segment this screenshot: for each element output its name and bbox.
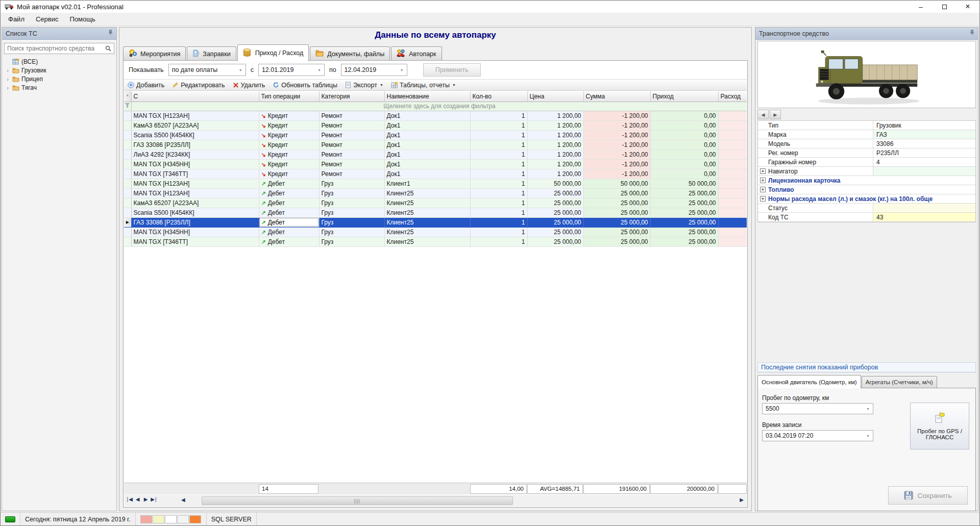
date-from-combo[interactable]: 12.01.2019 ▼ (258, 64, 325, 76)
table-row[interactable]: КамАЗ 65207 [А223АА]↘КредитРемонтДок111 … (124, 120, 747, 130)
tab-income-expense[interactable]: Приход / Расход (237, 44, 309, 61)
chevron-down-icon[interactable]: ▼ (237, 68, 244, 72)
column-header-sum[interactable]: Сумма (583, 91, 650, 102)
column-header-vehicle[interactable]: С (131, 91, 259, 102)
column-header-qty[interactable]: Кол-во (470, 91, 527, 102)
menu-help[interactable]: Помощь (64, 13, 101, 25)
tree-item-all[interactable]: (ВСЕ) (4, 57, 114, 66)
column-header-name[interactable]: Наименование (384, 91, 470, 102)
first-record-button[interactable]: ∣◀ (126, 496, 133, 502)
chevron-down-icon[interactable]: ▼ (315, 68, 323, 72)
tab-documents[interactable]: Документы, файлы (310, 46, 390, 61)
scroll-left-icon[interactable]: ◀ (181, 497, 185, 503)
export-button[interactable]: Экспорт ▼ (345, 82, 383, 89)
group-row-navigator[interactable]: +Навигатор (758, 167, 975, 176)
table-row[interactable]: ГАЗ 33086 [Р235ЛЛ]↘КредитРемонтДок111 20… (124, 140, 747, 149)
title-bar: Мой автопарк v02.01 - Professional – × (1, 1, 979, 13)
property-row[interactable]: ТипГрузовик (758, 121, 975, 130)
cell-category: Ремонт (319, 111, 384, 120)
property-row[interactable]: Гаражный номер4 (758, 158, 975, 167)
show-mode-combo[interactable]: по дате оплаты ▼ (168, 64, 246, 76)
odometer-combo[interactable]: 5500 ▼ (762, 403, 873, 414)
menu-file[interactable]: Файл (3, 13, 30, 25)
group-row-fuel[interactable]: +Топливо (758, 185, 975, 194)
table-row[interactable]: ЛиАЗ 4292 [К234КК]↘КредитРемонтДок111 20… (124, 149, 747, 159)
menu-service[interactable]: Сервис (30, 13, 64, 25)
expand-plus-icon[interactable]: + (760, 196, 766, 202)
scroll-thumb[interactable] (202, 496, 513, 505)
prev-record-button[interactable]: ◀ (134, 496, 141, 502)
property-row-status[interactable]: Статус (758, 204, 975, 213)
table-row[interactable]: MAN TGX [Н123АН]↗ДебетГрузКлиент25125 00… (124, 188, 747, 198)
table-row[interactable]: Scania S500 [К454КК]↘КредитРемонтДок111 … (124, 130, 747, 140)
column-header-op[interactable]: Тип операции (259, 91, 319, 102)
expander-icon[interactable]: › (4, 67, 11, 73)
tab-units-counters[interactable]: Агрегаты (Счетчики, м/ч) (862, 376, 937, 388)
photo-next-button[interactable]: ▶ (770, 110, 781, 119)
table-row[interactable]: MAN TGX [Т346ТТ]↗ДебетГрузКлиент25125 00… (124, 237, 747, 246)
property-row[interactable]: Рег. номерР235ЛЛ (758, 148, 975, 158)
date-to-combo[interactable]: 12.04.2019 ▼ (341, 64, 407, 76)
reports-button[interactable]: Таблицы, отчеты ▼ (391, 82, 456, 89)
chevron-down-icon[interactable]: ▼ (864, 407, 872, 411)
next-record-button[interactable]: ▶ (142, 496, 149, 502)
gps-mileage-button[interactable]: Пробег по GPS / ГЛОНАСС (910, 403, 969, 449)
property-row[interactable]: Модель33086 (758, 139, 975, 148)
save-button[interactable]: Сохранить (888, 486, 968, 505)
tree-item-tractor[interactable]: › Тягач (4, 83, 114, 92)
green-led-icon (5, 516, 15, 522)
cell-category: Ремонт (319, 159, 384, 169)
tab-fuel[interactable]: Заправки (187, 46, 236, 61)
tree-item-trailer[interactable]: › Прицеп (4, 74, 114, 83)
edit-button[interactable]: Редактировать (172, 82, 225, 89)
expander-icon[interactable]: › (4, 76, 11, 82)
tab-events[interactable]: Мероприятия (123, 46, 186, 61)
scroll-right-icon[interactable]: ▶ (740, 497, 744, 503)
table-row[interactable]: MAN TGX [Н123АН]↗ДебетГрузКлиент1150 000… (124, 179, 747, 188)
search-icon[interactable] (103, 45, 114, 52)
tab-engine-odometer[interactable]: Основной двигатель (Одометр, км) (757, 375, 861, 388)
chevron-down-icon[interactable]: ▼ (864, 434, 872, 438)
minimize-button[interactable]: – (909, 1, 933, 13)
table-row[interactable]: MAN TGX [Т346ТТ]↘КредитРемонтДок111 200,… (124, 169, 747, 179)
photo-prev-button[interactable]: ◀ (757, 110, 769, 119)
filter-hint[interactable]: Щелкните здесь для создания фильтра (131, 102, 747, 111)
property-row-code[interactable]: Код ТС43 (758, 213, 975, 222)
pin-icon[interactable] (108, 30, 113, 37)
record-time-combo[interactable]: 03.04.2019 07:20 ▼ (762, 430, 873, 441)
expand-plus-icon[interactable]: + (760, 178, 766, 183)
add-button[interactable]: Добавить (128, 82, 164, 89)
expand-plus-icon[interactable]: + (760, 187, 766, 192)
table-row[interactable]: MAN TGX [Н345НН]↗ДебетГрузКлиент25125 00… (124, 227, 747, 237)
search-input[interactable] (5, 45, 103, 52)
column-header-category[interactable]: Категория (319, 91, 384, 102)
select-all-cell[interactable]: * (124, 91, 131, 102)
sidebar-title: Список ТС (6, 30, 37, 37)
column-header-income[interactable]: Приход (650, 91, 718, 102)
group-row-license[interactable]: +Лицензионная карточка (758, 176, 975, 185)
expander-icon[interactable]: › (4, 85, 11, 91)
last-record-button[interactable]: ▶∣ (151, 496, 157, 502)
table-row[interactable]: КамАЗ 65207 [А223АА]↗ДебетГрузКлиент2512… (124, 198, 747, 208)
tree-item-truck[interactable]: › Грузовик (4, 66, 114, 74)
expand-plus-icon[interactable]: + (760, 168, 766, 174)
close-button[interactable]: × (956, 1, 979, 13)
table-row[interactable]: Scania S500 [К454КК]↗ДебетГрузКлиент2512… (124, 208, 747, 217)
combo-value: 03.04.2019 07:20 (766, 432, 813, 439)
table-row[interactable]: MAN TGX [Н345НН]↘КредитРемонтДок111 200,… (124, 159, 747, 169)
auto-filter-row[interactable]: Щелкните здесь для создания фильтра (124, 102, 747, 111)
column-header-price[interactable]: Цена (527, 91, 583, 102)
table-row-selected[interactable]: ▶ГАЗ 33086 [Р235ЛЛ]↗ДебетГрузКлиент25125… (124, 217, 747, 227)
column-header-expense[interactable]: Расход (718, 91, 747, 102)
maximize-button[interactable] (933, 1, 956, 13)
legend-swatch-salmon (140, 515, 152, 523)
apply-button[interactable]: Применить (423, 63, 481, 77)
delete-button[interactable]: Удалить (233, 82, 265, 89)
chevron-down-icon[interactable]: ▼ (398, 68, 406, 72)
pin-icon[interactable] (970, 30, 974, 37)
table-row[interactable]: MAN TGX [Н123АН]↘КредитРемонтДок111 200,… (124, 111, 747, 120)
tab-fleet[interactable]: Автопарк (391, 46, 442, 61)
refresh-button[interactable]: Обновить таблицы (273, 82, 337, 89)
property-row[interactable]: МаркаГАЗ (758, 130, 975, 139)
group-row-norms[interactable]: +Нормы расхода масел (л.) и смазок (кг.)… (758, 194, 975, 204)
